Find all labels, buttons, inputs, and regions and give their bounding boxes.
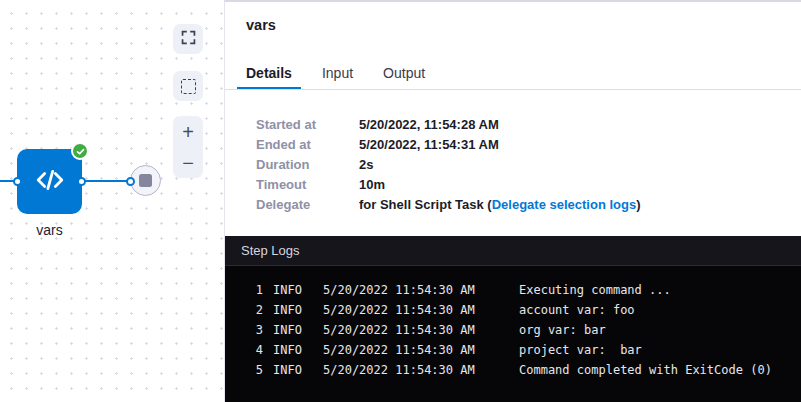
detail-row-timeout: Timeout 10m xyxy=(256,178,641,192)
details-tabs: Details Input Output xyxy=(237,59,434,89)
step-logs-body[interactable]: 1 INFO 5/20/2022 11:54:30 AM Executing c… xyxy=(225,266,801,380)
detail-row-delegate: Delegate for Shell Script Task (Delegate… xyxy=(256,198,641,212)
edge-outgoing xyxy=(84,180,128,182)
detail-label: Delegate xyxy=(256,198,359,212)
log-line-number: 3 xyxy=(225,320,263,340)
log-line: 5 INFO 5/20/2022 11:54:30 AM Command com… xyxy=(225,360,801,380)
detail-value: 5/20/2022, 11:54:31 AM xyxy=(359,138,499,152)
fullscreen-button[interactable] xyxy=(173,24,203,54)
log-line: 2 INFO 5/20/2022 11:54:30 AM account var… xyxy=(225,300,801,320)
log-line-number: 5 xyxy=(225,360,263,380)
detail-value: for Shell Script Task (Delegate selectio… xyxy=(359,198,641,212)
log-line: 1 INFO 5/20/2022 11:54:30 AM Executing c… xyxy=(225,280,801,300)
detail-label: Duration xyxy=(256,158,359,172)
log-line: 3 INFO 5/20/2022 11:54:30 AM org var: ba… xyxy=(225,320,801,340)
detail-value: 10m xyxy=(359,178,385,192)
log-line-number: 4 xyxy=(225,340,263,360)
node-port-left xyxy=(13,177,22,186)
step-logs-console[interactable]: Step Logs 1 INFO 5/20/2022 11:54:30 AM E… xyxy=(225,236,801,402)
tabs-divider xyxy=(225,89,801,90)
log-message: project var: bar xyxy=(519,340,642,360)
zoom-in-button[interactable]: + xyxy=(173,116,203,147)
step-node-label: vars xyxy=(17,222,82,238)
step-node-vars[interactable] xyxy=(17,149,82,214)
delegate-value-prefix: for Shell Script Task ( xyxy=(359,197,492,212)
detail-label: Started at xyxy=(256,118,359,132)
end-node-port xyxy=(126,177,135,186)
log-timestamp: 5/20/2022 11:54:30 AM xyxy=(323,360,475,380)
log-line-number: 1 xyxy=(225,280,263,300)
node-port-right xyxy=(77,177,86,186)
log-message: Command completed with ExitCode (0) xyxy=(519,360,772,380)
log-level: INFO xyxy=(273,360,303,380)
step-details-panel: vars Details Input Output Started at 5/2… xyxy=(224,0,801,402)
stop-square-icon xyxy=(139,174,152,187)
pipeline-canvas[interactable]: vars + − xyxy=(0,0,224,402)
log-timestamp: 5/20/2022 11:54:30 AM xyxy=(323,340,475,360)
panel-title: vars xyxy=(246,17,276,33)
delegate-value-suffix: ) xyxy=(636,197,640,212)
detail-value: 2s xyxy=(359,158,373,172)
log-level: INFO xyxy=(273,340,303,360)
code-icon xyxy=(35,167,65,197)
log-level: INFO xyxy=(273,300,303,320)
zoom-controls: + − xyxy=(173,116,203,178)
marquee-select-button[interactable] xyxy=(173,71,203,101)
log-timestamp: 5/20/2022 11:54:30 AM xyxy=(323,320,475,340)
log-line-number: 2 xyxy=(225,300,263,320)
fullscreen-icon xyxy=(180,29,197,49)
log-level: INFO xyxy=(273,280,303,300)
log-level: INFO xyxy=(273,320,303,340)
log-timestamp: 5/20/2022 11:54:30 AM xyxy=(323,280,475,300)
delegate-selection-logs-link[interactable]: Delegate selection logs xyxy=(492,197,637,212)
detail-label: Timeout xyxy=(256,178,359,192)
log-message: Executing command ... xyxy=(519,280,671,300)
log-line: 4 INFO 5/20/2022 11:54:30 AM project var… xyxy=(225,340,801,360)
detail-value: 5/20/2022, 11:54:28 AM xyxy=(359,118,499,132)
tab-details[interactable]: Details xyxy=(237,59,301,89)
details-table: Started at 5/20/2022, 11:54:28 AM Ended … xyxy=(256,118,641,218)
detail-row-duration: Duration 2s xyxy=(256,158,641,172)
step-logs-title: Step Logs xyxy=(241,243,300,258)
success-check-icon xyxy=(71,142,89,160)
tab-input[interactable]: Input xyxy=(313,59,362,89)
step-logs-header: Step Logs xyxy=(225,236,801,266)
marquee-select-icon xyxy=(181,79,196,94)
pipeline-step-execution-view: vars + − vars Details Input Output xyxy=(0,0,801,402)
tab-output[interactable]: Output xyxy=(374,59,434,89)
detail-row-ended-at: Ended at 5/20/2022, 11:54:31 AM xyxy=(256,138,641,152)
zoom-out-button[interactable]: − xyxy=(173,147,203,178)
log-message: org var: bar xyxy=(519,320,606,340)
log-timestamp: 5/20/2022 11:54:30 AM xyxy=(323,300,475,320)
detail-label: Ended at xyxy=(256,138,359,152)
log-message: account var: foo xyxy=(519,300,635,320)
detail-row-started-at: Started at 5/20/2022, 11:54:28 AM xyxy=(256,118,641,132)
